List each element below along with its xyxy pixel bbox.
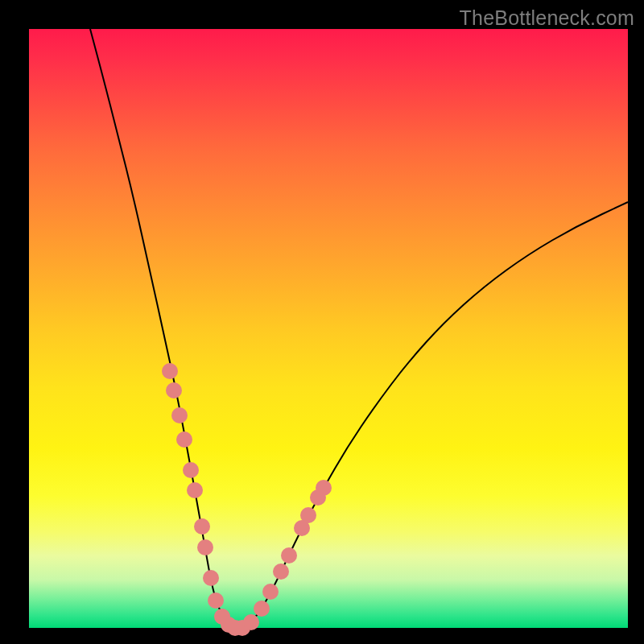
sample-dot [208, 592, 224, 609]
sample-dot [300, 507, 316, 523]
sample-dot [171, 407, 188, 423]
sample-dot [162, 363, 178, 379]
sample-dot [243, 614, 259, 630]
sample-dot [194, 518, 210, 535]
sample-dot [166, 382, 182, 398]
sample-dot [254, 601, 270, 617]
sample-dots-group [162, 363, 332, 636]
plot-area [29, 29, 628, 628]
sample-dot [187, 482, 203, 498]
watermark-text: TheBottleneck.com [460, 6, 634, 30]
sample-dot [176, 431, 192, 448]
bottleneck-curve [90, 29, 628, 628]
sample-dot [197, 539, 213, 555]
sample-dot [203, 570, 219, 586]
chart-container: TheBottleneck.com [0, 0, 644, 644]
sample-dot [273, 564, 289, 580]
sample-dot [262, 584, 279, 600]
sample-dot [316, 480, 332, 496]
sample-dot [183, 462, 199, 478]
chart-svg [29, 29, 628, 628]
sample-dot [281, 547, 297, 564]
